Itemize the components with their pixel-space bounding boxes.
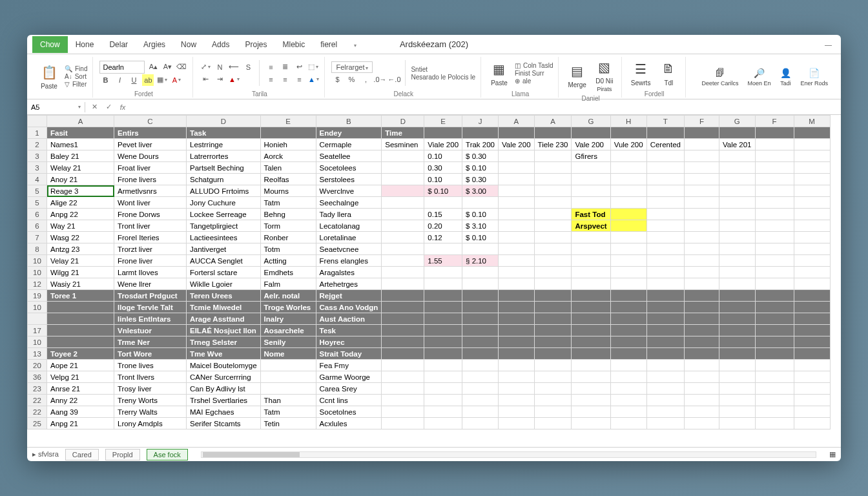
cell[interactable] bbox=[646, 360, 684, 371]
cell[interactable] bbox=[646, 197, 684, 209]
row-header[interactable]: 6 bbox=[28, 220, 47, 232]
cell[interactable]: Armetlvsnrs bbox=[114, 185, 187, 197]
cell[interactable] bbox=[499, 185, 535, 197]
cell[interactable] bbox=[719, 313, 755, 325]
cell[interactable]: Fortersl sctare bbox=[187, 267, 261, 278]
cell[interactable]: Aelr. notal bbox=[260, 290, 316, 302]
cell[interactable] bbox=[424, 383, 462, 395]
percent-icon[interactable]: % bbox=[346, 74, 357, 85]
cell[interactable]: Tme Wve bbox=[187, 348, 261, 360]
decrease-font-icon[interactable]: A▾ bbox=[161, 61, 173, 73]
row-header[interactable]: 10 bbox=[28, 302, 47, 313]
header-cell[interactable] bbox=[424, 127, 462, 139]
cell[interactable]: $ 0.10 bbox=[462, 209, 499, 220]
cell[interactable]: Lockee Serreage bbox=[187, 209, 261, 220]
header-cell[interactable] bbox=[646, 127, 684, 139]
cell[interactable]: Wverclnve bbox=[316, 185, 382, 197]
cell[interactable] bbox=[684, 267, 719, 278]
horizontal-scrollbar[interactable] bbox=[201, 451, 816, 458]
cell[interactable] bbox=[534, 336, 572, 348]
cell[interactable] bbox=[462, 278, 499, 290]
cell[interactable] bbox=[499, 395, 535, 406]
cell[interactable] bbox=[499, 348, 535, 360]
cell[interactable] bbox=[462, 302, 499, 313]
cell[interactable] bbox=[499, 290, 535, 302]
cell[interactable]: Senily bbox=[260, 336, 316, 348]
cancel-fx-icon[interactable]: ✕ bbox=[89, 103, 99, 111]
cell[interactable] bbox=[646, 418, 684, 429]
cell[interactable] bbox=[462, 336, 499, 348]
cell[interactable] bbox=[610, 174, 646, 185]
cell[interactable] bbox=[499, 162, 535, 174]
cell[interactable]: Aorck bbox=[260, 150, 316, 162]
cell[interactable] bbox=[462, 383, 499, 395]
cell[interactable] bbox=[646, 185, 684, 197]
cell[interactable] bbox=[382, 406, 424, 418]
cell[interactable] bbox=[755, 150, 794, 162]
cell[interactable] bbox=[646, 336, 684, 348]
cell[interactable] bbox=[424, 325, 462, 336]
cell[interactable]: Velay 21 bbox=[47, 255, 114, 267]
formula-input[interactable] bbox=[132, 103, 837, 111]
col-header[interactable]: A bbox=[499, 116, 535, 127]
cell[interactable] bbox=[424, 313, 462, 325]
cell[interactable] bbox=[499, 209, 535, 220]
cell[interactable] bbox=[499, 371, 535, 383]
cell[interactable] bbox=[610, 302, 646, 313]
row-header[interactable]: 10 bbox=[28, 336, 47, 348]
tab-now[interactable]: Now bbox=[173, 36, 204, 53]
cell[interactable]: Seaetvcnee bbox=[316, 243, 382, 255]
header-cell[interactable] bbox=[719, 127, 755, 139]
deter-button[interactable]: 🗐Deeter Carilcs bbox=[699, 66, 741, 88]
cell[interactable] bbox=[646, 406, 684, 418]
cell[interactable] bbox=[534, 255, 572, 267]
cell[interactable] bbox=[462, 325, 499, 336]
italic-icon[interactable]: I bbox=[114, 74, 125, 86]
cell[interactable] bbox=[755, 162, 794, 174]
cell[interactable]: CANer Surcerrring bbox=[187, 371, 261, 383]
cell[interactable]: Cerented bbox=[646, 139, 684, 150]
cell[interactable] bbox=[719, 371, 755, 383]
cell[interactable] bbox=[610, 418, 646, 429]
cell[interactable] bbox=[646, 302, 684, 313]
cell[interactable] bbox=[646, 395, 684, 406]
cell[interactable] bbox=[572, 232, 610, 243]
cell[interactable] bbox=[755, 267, 794, 278]
cell[interactable] bbox=[646, 290, 684, 302]
cell[interactable]: 0.15 bbox=[424, 209, 462, 220]
grid-area[interactable]: ACDEBDEJAAGHTFGFM1FasitEntirsTaskEndeyTi… bbox=[27, 115, 841, 447]
cell[interactable] bbox=[646, 371, 684, 383]
cell[interactable]: Garme Woorge bbox=[316, 371, 382, 383]
cell[interactable]: Teren Urees bbox=[187, 290, 261, 302]
cell[interactable]: Tatm bbox=[260, 197, 316, 209]
cell[interactable] bbox=[382, 243, 424, 255]
cell[interactable] bbox=[534, 360, 572, 371]
col-header[interactable]: E bbox=[424, 116, 462, 127]
cell[interactable] bbox=[684, 395, 719, 406]
cell[interactable]: Trshel Svertlaries bbox=[187, 395, 261, 406]
header-cell[interactable] bbox=[499, 127, 535, 139]
cell[interactable]: Latrerrortes bbox=[187, 150, 261, 162]
cell[interactable]: Lestrringe bbox=[187, 139, 261, 150]
cell[interactable]: Loretalinae bbox=[316, 232, 382, 243]
cell[interactable] bbox=[794, 418, 830, 429]
cell[interactable]: Honieh bbox=[260, 139, 316, 150]
header-cell[interactable] bbox=[684, 127, 719, 139]
cell[interactable] bbox=[572, 418, 610, 429]
row-header[interactable]: 2 bbox=[28, 139, 47, 150]
cell[interactable] bbox=[684, 220, 719, 232]
cell[interactable] bbox=[572, 278, 610, 290]
cell[interactable]: Treny Worts bbox=[114, 395, 187, 406]
cell[interactable] bbox=[719, 232, 755, 243]
cell[interactable] bbox=[719, 383, 755, 395]
cell[interactable] bbox=[646, 325, 684, 336]
cell[interactable] bbox=[794, 348, 830, 360]
cell[interactable] bbox=[719, 162, 755, 174]
cell[interactable] bbox=[499, 336, 535, 348]
cell[interactable] bbox=[610, 232, 646, 243]
cell[interactable] bbox=[794, 395, 830, 406]
cell[interactable] bbox=[719, 243, 755, 255]
cell[interactable] bbox=[755, 220, 794, 232]
cell[interactable] bbox=[47, 325, 114, 336]
cell[interactable]: Totm bbox=[260, 243, 316, 255]
